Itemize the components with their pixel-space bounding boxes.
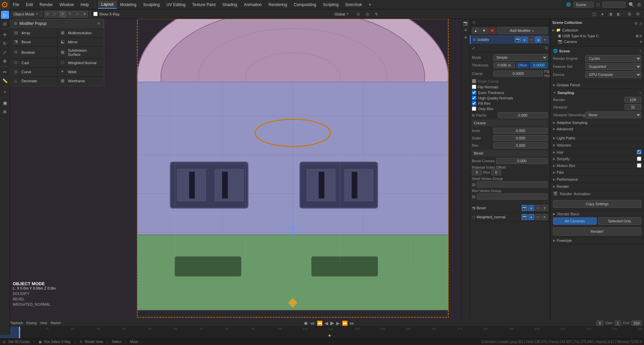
flip-normals-checkbox[interactable] — [472, 85, 476, 89]
tab-scripting[interactable]: Scripting — [319, 1, 342, 8]
tab-sculpting[interactable]: Sculpting — [140, 1, 163, 8]
angle-clamp-checkbox[interactable] — [472, 79, 476, 83]
render-samples-input[interactable] — [625, 97, 641, 103]
animation-tab-btn[interactable]: Animation — [574, 192, 590, 196]
all-cameras-btn[interactable]: All Cameras — [553, 217, 597, 225]
prev-frame-btn[interactable]: ⏪ — [317, 320, 323, 326]
measure-tool[interactable]: 📏 — [1, 77, 9, 85]
cursor-tool[interactable]: ◎ — [1, 19, 9, 28]
bevel-convex-input[interactable] — [496, 158, 548, 164]
collection-root-item[interactable]: ▶ 📁 Collection — [552, 27, 642, 33]
global-dropdown[interactable]: Global ▼ — [331, 11, 352, 17]
performance-section[interactable]: ▶ Performance — [550, 176, 644, 183]
fill-rim-checkbox[interactable] — [472, 101, 476, 105]
xray-checkbox[interactable] — [93, 12, 98, 16]
start-frame-input[interactable]: 1 — [614, 320, 621, 326]
mat-rim-input[interactable] — [491, 169, 501, 175]
wn-camera-icon[interactable]: 📷 — [522, 214, 528, 220]
rotate-tool-btn[interactable]: ↻ — [66, 11, 73, 17]
skip-start-btn[interactable]: ⏮ — [310, 320, 315, 326]
collection-usb-item[interactable]: ▣ USB Type A to Type C ▦ ⊕ — [558, 33, 642, 39]
render-tab-btn[interactable]: Render — [560, 192, 572, 196]
menu-window[interactable]: Window — [56, 1, 77, 8]
render-anim-render-icon[interactable]: 🎬 — [553, 191, 558, 196]
hair-checkbox[interactable] — [637, 150, 641, 154]
scene-settings-icon[interactable]: ≡ — [640, 49, 641, 53]
mod-down-btn[interactable]: ▼ — [480, 28, 488, 34]
sampling-header[interactable]: ▼ Sampling ≡ — [553, 91, 641, 95]
wn-viewport-icon[interactable]: ● — [528, 214, 534, 220]
volumes-section[interactable]: ▶ Volumes — [550, 142, 644, 149]
vp-sun-icon[interactable]: ☀ — [462, 27, 469, 33]
viewport-shading-wire[interactable]: ◫ — [591, 11, 598, 17]
solidify-copy-btn[interactable]: ⎘ — [545, 46, 548, 50]
wn-expand-icon[interactable]: ▼ — [542, 214, 548, 220]
bevel-camera-icon[interactable]: 📷 — [522, 205, 528, 211]
unknown-tool-1[interactable]: ⊗ — [1, 107, 9, 116]
end-frame-input[interactable]: 250 — [631, 320, 642, 326]
modifier-panel-toggle[interactable]: ◁ — [472, 20, 475, 25]
menu-help[interactable]: Help — [77, 1, 92, 8]
mod-wireframe-btn[interactable]: ▦ Wireframe — [57, 77, 104, 85]
mod-array-btn[interactable]: ▤ Array — [11, 29, 57, 37]
modifier-item-bevel[interactable]: ⬔ Bevel 📷 ● ✏ ▼ — [470, 204, 550, 213]
transform-empty-tool[interactable]: ▣ — [1, 99, 9, 107]
device-dropdown[interactable]: GPU Compute — [585, 71, 641, 78]
record-btn[interactable]: ⏺ — [303, 320, 308, 326]
scale-tool-btn[interactable]: ⤢ — [74, 11, 81, 17]
render-sub-section[interactable]: ▶ Render — [550, 183, 644, 190]
mat-inner-input[interactable] — [472, 169, 482, 175]
vp-camera-icon[interactable]: 📷 — [462, 20, 469, 26]
tab-sverchok[interactable]: Sverchok — [342, 1, 365, 8]
mod-up-btn[interactable]: ▲ — [472, 28, 480, 34]
copy-settings-btn[interactable]: Copy Settings — [553, 200, 641, 208]
move-tool[interactable]: ✛ — [1, 31, 9, 39]
mod-bevel-btn[interactable]: ⬔ Bevel — [11, 38, 57, 46]
tab-layout[interactable]: Layout — [98, 1, 117, 9]
tab-texture-paint[interactable]: Texture Paint — [189, 1, 219, 8]
keying-btn[interactable]: Keying — [27, 321, 37, 325]
menu-render[interactable]: Render — [36, 1, 56, 8]
mod-boolean-btn[interactable]: ⊖ Boolean — [11, 47, 57, 58]
advanced-section[interactable]: ▶ Advanced — [553, 126, 641, 132]
modifier-item-weighted-normal[interactable]: ⬡ Weighted_normal 📷 ● ✏ ▼ — [470, 213, 550, 222]
bevel-edit-icon[interactable]: ✏ — [535, 205, 541, 211]
freestyle-section[interactable]: ▶ Freestyle — [550, 237, 644, 244]
viewport-shading-rendered[interactable]: ◐ — [615, 11, 622, 17]
hq-normals-checkbox[interactable] — [472, 96, 476, 100]
rim-vgroup-input[interactable] — [477, 193, 548, 200]
render-engine-dropdown[interactable]: Cycles — [585, 55, 641, 62]
mod-weighted-normal-btn[interactable]: ⬡ Weighted Normal — [57, 58, 104, 67]
cursor-tool-btn[interactable]: ◎ — [44, 11, 51, 17]
modifier-item-solidify[interactable]: ⚙ Solidify 📷 ● ✏ ◑ ▼ — [470, 35, 550, 44]
skip-end-btn[interactable]: ⏭ — [350, 320, 354, 326]
add-primitive-tool[interactable]: + — [1, 88, 9, 96]
prev-keyframe-btn[interactable]: ◀ — [325, 320, 328, 326]
viewport-shading-material[interactable]: ◑ — [607, 11, 613, 17]
mod-mirror-btn[interactable]: ⬕ Mirror — [57, 38, 104, 46]
thickness-input[interactable] — [493, 62, 515, 68]
next-keyframe-btn[interactable]: ▶ — [336, 320, 340, 326]
mode-dropdown[interactable]: Simple — [493, 54, 548, 61]
tab-uv-editing[interactable]: UV Editing — [163, 1, 189, 8]
play-btn[interactable]: ▶ — [330, 320, 334, 326]
wn-edit-icon[interactable]: ✏ — [535, 214, 541, 220]
scene-section-header[interactable]: 🌐 Scene ≡ — [553, 49, 641, 53]
tab-compositing[interactable]: Compositing — [290, 1, 319, 8]
popup-close-btn[interactable]: ✕ — [97, 21, 100, 26]
object-mode-dropdown[interactable]: Object Mode ▼ — [10, 11, 42, 17]
playback-btn[interactable]: Playback — [9, 321, 23, 325]
factor-input[interactable] — [498, 112, 548, 118]
solidify-camera-icon[interactable]: 📷 — [515, 37, 521, 43]
tab-animation[interactable]: Animation — [241, 1, 265, 8]
transform-tool-btn[interactable]: ⊕ — [81, 11, 88, 17]
collection-funnel-icon[interactable]: ⊿ — [639, 21, 642, 26]
mod-cast-btn[interactable]: ⊙ Cast — [11, 58, 57, 67]
snap-icon[interactable]: ⊙ — [355, 11, 361, 17]
shell-vgroup-input[interactable] — [477, 181, 548, 187]
view-btn[interactable]: View — [40, 321, 47, 325]
mod-curve-btn[interactable]: ◎ Curve — [11, 68, 57, 76]
menu-edit[interactable]: Edit — [22, 1, 36, 8]
render-btn[interactable]: Render! — [553, 227, 641, 235]
menu-file[interactable]: File — [9, 1, 22, 8]
